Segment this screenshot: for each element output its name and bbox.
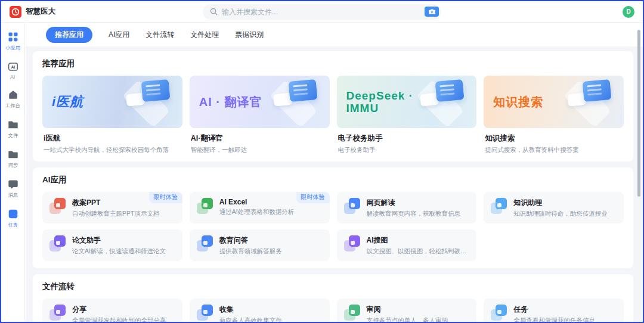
- sidebar-item-label: 任务: [8, 222, 18, 229]
- search-input[interactable]: [222, 8, 425, 16]
- app-tile[interactable]: 论文助手 论文AI解读，快速读通和筛选论文: [42, 229, 182, 261]
- sidebar-item[interactable]: 消息: [1, 179, 24, 199]
- user-avatar[interactable]: D: [623, 6, 634, 18]
- app-tile-desc: 论文AI解读，快速读通和筛选论文: [72, 247, 175, 256]
- app-tile-desc: 支持多节点的单人、多人审阅: [367, 316, 470, 322]
- app-card-banner: AI · 翻译官: [190, 76, 330, 128]
- app-tile-desc: 面向多人高效收集文件: [219, 316, 323, 322]
- sidebar-item-label: 工作台: [5, 103, 20, 110]
- app-tile[interactable]: 网页解读 解读教育网页内容，获取教育信息: [337, 192, 477, 223]
- app-tile[interactable]: 任务 全局查看和管理我的任务信息: [484, 299, 624, 322]
- app-tile[interactable]: AI搜图 以文搜图、以图搜图，轻松找到教资图片以文搜图、以...: [337, 229, 477, 261]
- webpage-icon: [344, 197, 361, 214]
- brand: 智慧医大: [10, 6, 55, 18]
- app-tile-title: 任务: [513, 305, 617, 315]
- tab[interactable]: 推荐应用: [46, 27, 92, 43]
- app-title: 智慧医大: [26, 7, 55, 17]
- tab[interactable]: 票据识别: [235, 27, 264, 43]
- collect-icon: [197, 304, 213, 321]
- sidebar-item[interactable]: 同步: [1, 149, 24, 169]
- sidebar-item[interactable]: 小应用: [1, 32, 24, 52]
- app-tile[interactable]: 限时体验 AI Excel 通过AI处理表格和数据分析: [190, 192, 330, 223]
- app-tile-desc: 全局查看和管理我的任务信息: [513, 316, 617, 322]
- sidebar-item-label: 小应用: [5, 45, 20, 52]
- trial-badge: 限时体验: [296, 192, 330, 203]
- global-search[interactable]: [203, 4, 441, 20]
- app-card-desc: 提问式搜索，从教育资料中搜答案: [485, 146, 624, 154]
- app-card-desc: 电子校务助手: [338, 146, 477, 154]
- app-card[interactable]: i医航 i医航 一站式大学校内导航，轻松探索校园每个角落: [42, 76, 182, 154]
- assistant-icon: [491, 197, 507, 214]
- tab[interactable]: AI应用: [109, 27, 129, 43]
- app-tile-desc: 解读教育网页内容，获取教育信息: [367, 210, 470, 218]
- section-recommended: 推荐应用 i医航 i医航 一站式大学校内导航，轻松探索校园每个角落: [33, 51, 633, 162]
- app-card[interactable]: AI · 翻译官 AI·翻译官 智能翻译，一触即达: [190, 76, 330, 154]
- apps-grid-icon: [8, 32, 18, 42]
- file-flow-tiles: 分享 全局管理我发起和收到的全部分享 收集 面向多人高效收集文件: [42, 299, 624, 322]
- app-tile-title: AI搜图: [367, 235, 470, 246]
- tab[interactable]: 文件处理: [190, 27, 219, 43]
- app-tile-title: 分享: [72, 305, 175, 315]
- app-tile-desc: 提供教育领域解答服务: [219, 247, 323, 256]
- share-icon: [49, 304, 66, 321]
- app-tile-desc: 通过AI处理表格和数据分析: [219, 208, 323, 216]
- app-tile-desc: 全局管理我发起和收到的全部分享: [72, 316, 175, 322]
- sidebar-item-label: AI: [11, 74, 16, 79]
- main-area: 推荐应用 AI应用 文件流转 文件处理 票据识别 推荐应用 i医航: [26, 23, 643, 322]
- ppt-icon: [49, 197, 66, 214]
- app-tile-desc: 自动创建教育主题PPT演示文档: [72, 210, 175, 218]
- sidebar-item[interactable]: 文件: [1, 119, 24, 139]
- banner-title: DeepSeek · IMMU: [346, 89, 413, 115]
- robot-illustration: [262, 78, 326, 126]
- monitor-illustration: [114, 78, 179, 126]
- app-card-desc: 智能翻译，一触即达: [191, 146, 330, 154]
- banner-title: AI · 翻译官: [199, 95, 262, 108]
- app-card-desc: 一站式大学校内导航，轻松探索校园每个角落: [44, 146, 182, 154]
- camera-icon: [429, 9, 435, 14]
- paper-icon: [49, 235, 66, 251]
- tab[interactable]: 文件流转: [145, 27, 174, 43]
- section-ai-apps: AI应用 限时体验 教案PPT 自动创建教育主题PPT演示文档: [33, 167, 633, 268]
- app-tile[interactable]: 知识助理 知识助理随时待命，助您传道授业: [484, 192, 624, 223]
- sidebar-item[interactable]: AI AI: [1, 61, 24, 80]
- app-tile[interactable]: 限时体验 教案PPT 自动创建教育主题PPT演示文档: [42, 192, 182, 223]
- app-tile[interactable]: 分享 全局管理我发起和收到的全部分享: [42, 299, 182, 322]
- cube-illustration: [408, 78, 473, 126]
- folder-sync-icon: [8, 149, 18, 160]
- section-title-ai-apps: AI应用: [42, 175, 624, 185]
- message-icon: [8, 179, 18, 190]
- app-tile-title: 审阅: [367, 305, 470, 315]
- section-title-recommended: 推荐应用: [42, 58, 624, 69]
- app-tile-desc: 知识助理随时待命，助您传道授业: [513, 210, 617, 218]
- app-tile-desc: 以文搜图、以图搜图，轻松找到教资图片以文搜图、以...: [367, 247, 470, 256]
- home-icon: [8, 89, 18, 100]
- banner-title: i医航: [52, 95, 83, 110]
- app-card-banner: i医航: [42, 76, 182, 128]
- app-tile[interactable]: 收集 面向多人高效收集文件: [190, 299, 330, 322]
- app-tile[interactable]: 审阅 支持多节点的单人、多人审阅: [337, 299, 477, 322]
- app-logo-icon: [10, 6, 21, 18]
- image-search-icon: [344, 235, 361, 251]
- qa-icon: [197, 235, 213, 251]
- ai-badge-icon: AI: [8, 61, 18, 72]
- app-card-title: AI·翻译官: [191, 133, 330, 144]
- app-card[interactable]: DeepSeek · IMMU 电子校务助手 电子校务助手: [337, 76, 477, 154]
- app-tile[interactable]: 教育问答 提供教育领域解答服务: [190, 229, 330, 261]
- folder-illustration: [556, 78, 620, 126]
- app-card[interactable]: 知识搜索 知识搜索 提问式搜索，从教育资料中搜答案: [484, 76, 624, 154]
- section-title-file-flow: 文件流转: [42, 281, 624, 292]
- recommended-cards: i医航 i医航 一站式大学校内导航，轻松探索校园每个角落 AI · 翻译官: [42, 76, 624, 154]
- ai-app-tiles: 限时体验 教案PPT 自动创建教育主题PPT演示文档 限时体验: [42, 192, 624, 261]
- app-card-title: 知识搜索: [485, 133, 624, 144]
- sidebar-item[interactable]: 任务: [1, 209, 24, 229]
- camera-search-button[interactable]: [425, 7, 439, 17]
- sidebar-item[interactable]: 工作台: [1, 89, 24, 110]
- trial-badge: 限时体验: [149, 192, 182, 203]
- scrollbar-thumb[interactable]: [637, 30, 640, 197]
- excel-icon: [197, 197, 213, 214]
- app-card-title: 电子校务助手: [338, 133, 477, 144]
- app-window: 智慧医大 D 小应用 AI AI: [0, 0, 644, 323]
- content-scroll-area: 推荐应用 i医航 i医航 一站式大学校内导航，轻松探索校园每个角落: [26, 46, 643, 322]
- sidebar-item-label: 消息: [8, 192, 18, 199]
- folder-icon: [8, 119, 18, 130]
